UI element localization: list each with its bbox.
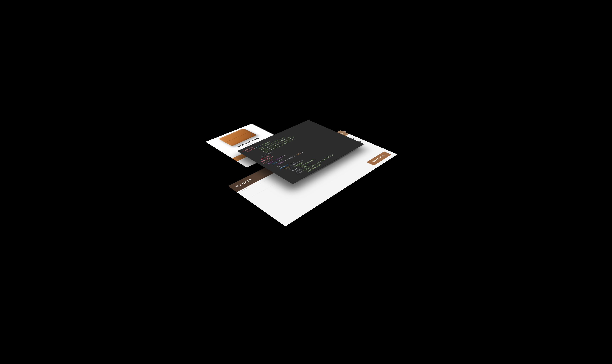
next-step-button[interactable]: NEXT STEP bbox=[367, 152, 391, 166]
close-icon[interactable]: ✕ bbox=[342, 130, 347, 133]
